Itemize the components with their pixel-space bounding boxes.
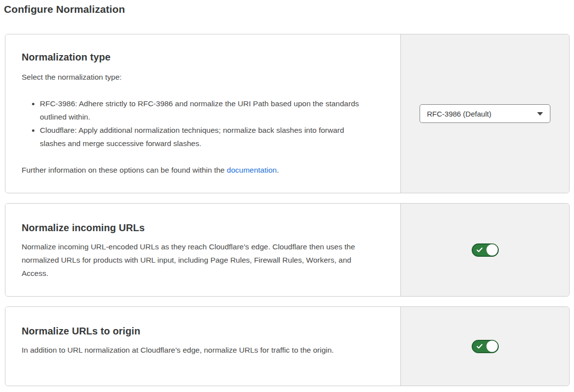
- list-item-rfc3986: RFC-3986: Adhere strictly to RFC-3986 an…: [40, 97, 363, 123]
- normalize-incoming-urls-content: Normalize incoming URLs Normalize incomi…: [5, 204, 400, 296]
- page-title: Configure Normalization: [4, 3, 125, 15]
- normalize-incoming-urls-card: Normalize incoming URLs Normalize incomi…: [5, 203, 570, 297]
- normalization-type-card: Normalization type Select the normalizat…: [5, 34, 570, 193]
- toggle-knob: [486, 244, 498, 256]
- normalization-type-title: Normalization type: [22, 51, 384, 63]
- normalize-urls-to-origin-content: Normalize URLs to origin In addition to …: [5, 307, 400, 386]
- normalization-type-select[interactable]: RFC-3986 (Default): [420, 104, 550, 123]
- list-item-cloudflare: Cloudflare: Apply additional normalizati…: [40, 123, 363, 150]
- footer-text-after: .: [277, 166, 279, 174]
- normalize-urls-to-origin-toggle[interactable]: [472, 340, 499, 353]
- footer-text-before: Further information on these options can…: [22, 166, 227, 174]
- normalize-incoming-urls-control-panel: [400, 204, 569, 296]
- toggle-knob: [486, 341, 498, 352]
- normalization-type-control-panel: RFC-3986 (Default): [400, 34, 569, 193]
- documentation-link[interactable]: documentation: [227, 166, 277, 174]
- normalize-incoming-urls-title: Normalize incoming URLs: [22, 221, 384, 234]
- normalize-urls-to-origin-description: In addition to URL normalization at Clou…: [22, 343, 377, 357]
- normalization-options-list: RFC-3986: Adhere strictly to RFC-3986 an…: [22, 97, 384, 150]
- normalization-type-content: Normalization type Select the normalizat…: [5, 34, 400, 193]
- normalize-incoming-urls-toggle[interactable]: [472, 243, 499, 257]
- normalize-urls-to-origin-card: Normalize URLs to origin In addition to …: [5, 306, 570, 386]
- check-icon: [476, 343, 483, 350]
- check-icon: [476, 246, 483, 253]
- normalization-type-intro: Select the normalization type:: [22, 70, 377, 84]
- caret-down-icon: [537, 112, 543, 116]
- normalize-urls-to-origin-title: Normalize URLs to origin: [22, 325, 384, 337]
- further-information-line: Further information on these options can…: [22, 163, 377, 177]
- normalize-urls-to-origin-control-panel: [400, 307, 569, 386]
- select-value: RFC-3986 (Default): [427, 110, 491, 118]
- normalize-incoming-urls-description: Normalize incoming URL-encoded URLs as t…: [22, 240, 377, 280]
